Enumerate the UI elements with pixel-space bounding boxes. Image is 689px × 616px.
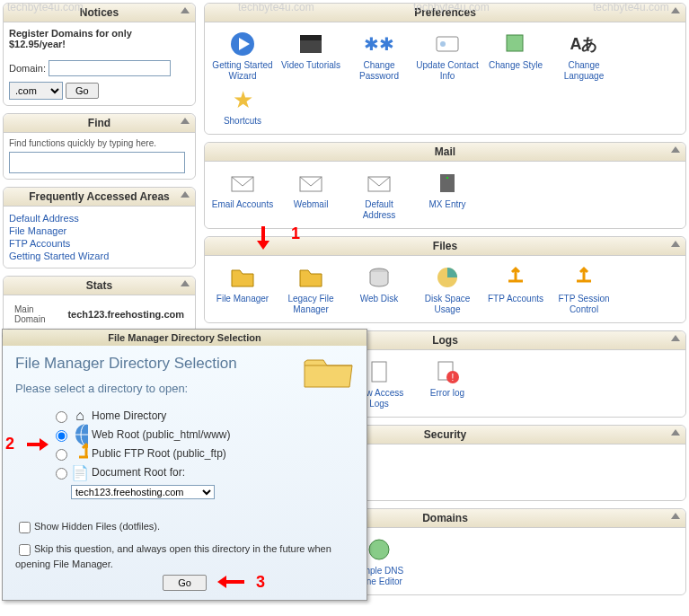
section-header: Mail (205, 143, 685, 162)
radio-docroot[interactable] (56, 468, 67, 480)
icon-label: Getting Started Wizard (211, 60, 274, 82)
folder-icon (300, 349, 354, 392)
freq-file-manager[interactable]: File Manager (9, 224, 190, 237)
collapse-icon[interactable] (671, 513, 680, 519)
icon-label: Error log (416, 388, 479, 399)
domain-input[interactable] (49, 60, 171, 76)
dialog-header: File Manager Directory Selection (3, 330, 367, 346)
docroot-select[interactable]: tech123.freehosting.com (71, 485, 215, 499)
mail-accounts[interactable]: Email Accounts (208, 167, 277, 223)
freq-header: Frequently Accessed Areas (4, 188, 195, 207)
collapse-icon[interactable] (181, 118, 190, 124)
radio-label: Public FTP Root (public_ftp) (92, 447, 226, 460)
icon-label: Shortcuts (211, 116, 274, 127)
collapse-icon[interactable] (181, 191, 190, 198)
pref-contact[interactable]: Update Contact Info (413, 28, 481, 84)
svg-rect-1 (300, 39, 322, 53)
envelope-icon (228, 169, 257, 198)
icon-label: Webmail (279, 199, 342, 210)
annotation-1: 1 (291, 224, 300, 243)
domain-label: Domain: (9, 63, 46, 74)
tld-select[interactable]: .com (9, 82, 63, 100)
find-header: Find (4, 114, 195, 133)
find-input[interactable] (9, 152, 185, 173)
files-webdisk[interactable]: Web Disk (345, 261, 413, 317)
server-icon (433, 169, 462, 198)
radio-ftproot[interactable] (56, 449, 67, 461)
collapse-icon[interactable] (671, 146, 680, 153)
svg-rect-19 (372, 362, 386, 382)
pref-password[interactable]: ✱✱Change Password (345, 28, 413, 84)
icon-label: MX Entry (416, 199, 479, 210)
log-icon (365, 357, 393, 386)
svg-rect-3 (437, 37, 458, 51)
icon-label: Email Accounts (211, 199, 274, 210)
mail-mx[interactable]: MX Entry (413, 167, 481, 223)
svg-rect-5 (507, 35, 523, 51)
svg-point-26 (369, 540, 389, 559)
freq-ftp-accounts[interactable]: FTP Accounts (9, 237, 190, 250)
collapse-icon[interactable] (671, 241, 680, 247)
files-ftpsession[interactable]: FTP Session Control (550, 261, 618, 317)
pref-style[interactable]: Change Style (481, 28, 550, 84)
files-legacy[interactable]: Legacy File Manager (277, 261, 345, 317)
errorlog-icon: ! (433, 357, 462, 386)
icon-label: Change Language (552, 60, 615, 82)
dns-icon (365, 535, 393, 564)
collapse-icon[interactable] (671, 429, 680, 436)
stars-icon: ✱✱ (365, 30, 393, 58)
find-panel: Find Find functions quickly by typing he… (3, 113, 196, 180)
pref-getting-started[interactable]: Getting Started Wizard (208, 28, 277, 84)
ftp-icon (72, 445, 88, 462)
files-diskusage[interactable]: Disk Space Usage (413, 261, 481, 317)
freq-default-address[interactable]: Default Address (9, 212, 190, 224)
svg-rect-2 (300, 35, 322, 40)
mail-default[interactable]: Default Address (345, 167, 413, 223)
pref-language[interactable]: AあChange Language (550, 28, 618, 84)
domain-go-button[interactable]: Go (66, 83, 99, 99)
notices-header: Notices (4, 4, 195, 22)
star-icon: ★ (228, 85, 257, 114)
pref-shortcuts[interactable]: ★Shortcuts (208, 84, 277, 128)
radio-label: Document Root for: (92, 466, 185, 479)
freq-getting-started[interactable]: Getting Started Wizard (9, 250, 190, 262)
icon-label: Disk Space Usage (416, 294, 479, 315)
arrow-left-icon (217, 575, 253, 589)
icon-label: Change Style (484, 60, 547, 71)
radio-webroot[interactable] (56, 430, 67, 442)
icon-label: Video Tutorials (279, 60, 342, 71)
logs-error[interactable]: !Error log (413, 356, 481, 411)
collapse-icon[interactable] (181, 7, 190, 13)
lang-icon: Aあ (570, 30, 598, 58)
find-hint: Find functions quickly by typing here. (9, 138, 190, 148)
radio-home[interactable] (56, 411, 67, 423)
svg-point-4 (440, 41, 446, 47)
radio-label: Web Root (public_html/www) (92, 428, 231, 441)
collapse-icon[interactable] (181, 280, 190, 286)
skip-question-checkbox[interactable] (19, 544, 31, 556)
section-header: Preferences (205, 4, 685, 22)
section-preferences: PreferencesGetting Started WizardVideo T… (204, 3, 686, 135)
ftp-icon (501, 263, 530, 292)
mail-webmail[interactable]: Webmail (277, 167, 345, 223)
section-files: FilesFile ManagerLegacy File ManagerWeb … (204, 236, 686, 323)
collapse-icon[interactable] (671, 335, 680, 341)
card-icon (433, 30, 462, 58)
dialog-go-button[interactable]: Go (163, 575, 207, 591)
play-icon (228, 30, 257, 58)
files-ftp[interactable]: FTP Accounts (481, 261, 550, 317)
freq-panel: Frequently Accessed Areas Default Addres… (3, 187, 196, 268)
pref-video[interactable]: Video Tutorials (277, 28, 345, 84)
arrow-down-icon (259, 226, 268, 251)
stats-header: Stats (4, 277, 195, 295)
files-manager[interactable]: File Manager (208, 261, 277, 317)
collapse-icon[interactable] (671, 7, 680, 13)
icon-label: FTP Accounts (484, 294, 547, 304)
style-icon (501, 30, 530, 58)
doc-icon: 📄 (72, 464, 88, 480)
icon-label: Change Password (348, 60, 411, 82)
icon-label: Legacy File Manager (279, 294, 342, 315)
svg-point-10 (446, 177, 448, 179)
show-hidden-checkbox[interactable] (19, 522, 31, 533)
folder-icon (228, 263, 257, 292)
